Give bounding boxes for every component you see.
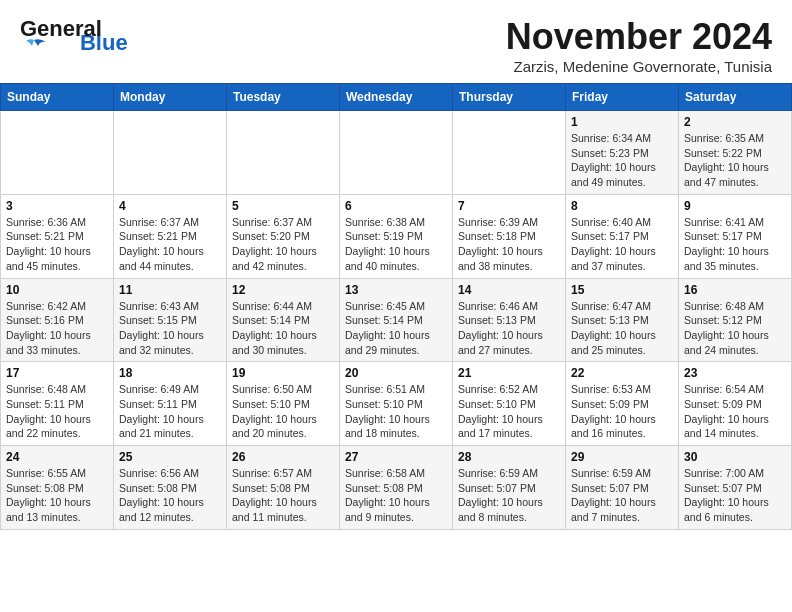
- cell-day-number: 27: [345, 450, 447, 464]
- cell-day-info: Sunrise: 6:52 AMSunset: 5:10 PMDaylight:…: [458, 382, 560, 441]
- calendar-cell: [1, 111, 114, 195]
- cell-day-info: Sunrise: 6:35 AMSunset: 5:22 PMDaylight:…: [684, 131, 786, 190]
- calendar-cell: 17Sunrise: 6:48 AMSunset: 5:11 PMDayligh…: [1, 362, 114, 446]
- calendar-cell: 20Sunrise: 6:51 AMSunset: 5:10 PMDayligh…: [340, 362, 453, 446]
- cell-day-number: 11: [119, 283, 221, 297]
- month-title: November 2024: [506, 16, 772, 58]
- cell-day-number: 22: [571, 366, 673, 380]
- calendar-cell: 9Sunrise: 6:41 AMSunset: 5:17 PMDaylight…: [679, 194, 792, 278]
- calendar-cell: 21Sunrise: 6:52 AMSunset: 5:10 PMDayligh…: [453, 362, 566, 446]
- cell-day-info: Sunrise: 6:40 AMSunset: 5:17 PMDaylight:…: [571, 215, 673, 274]
- calendar-table: SundayMondayTuesdayWednesdayThursdayFrid…: [0, 83, 792, 530]
- cell-day-info: Sunrise: 6:56 AMSunset: 5:08 PMDaylight:…: [119, 466, 221, 525]
- cell-day-info: Sunrise: 6:51 AMSunset: 5:10 PMDaylight:…: [345, 382, 447, 441]
- calendar-cell: 29Sunrise: 6:59 AMSunset: 5:07 PMDayligh…: [566, 446, 679, 530]
- calendar-cell: 8Sunrise: 6:40 AMSunset: 5:17 PMDaylight…: [566, 194, 679, 278]
- calendar-cell: 3Sunrise: 6:36 AMSunset: 5:21 PMDaylight…: [1, 194, 114, 278]
- calendar-week-2: 3Sunrise: 6:36 AMSunset: 5:21 PMDaylight…: [1, 194, 792, 278]
- cell-day-number: 4: [119, 199, 221, 213]
- cell-day-number: 24: [6, 450, 108, 464]
- cell-day-number: 23: [684, 366, 786, 380]
- cell-day-info: Sunrise: 6:37 AMSunset: 5:21 PMDaylight:…: [119, 215, 221, 274]
- cell-day-info: Sunrise: 6:50 AMSunset: 5:10 PMDaylight:…: [232, 382, 334, 441]
- logo-text: General: [20, 16, 102, 41]
- calendar-cell: 10Sunrise: 6:42 AMSunset: 5:16 PMDayligh…: [1, 278, 114, 362]
- cell-day-number: 6: [345, 199, 447, 213]
- cell-day-number: 28: [458, 450, 560, 464]
- weekday-header-saturday: Saturday: [679, 84, 792, 111]
- page-header: General Blue November 2024 Zarzis, Meden…: [0, 0, 792, 83]
- location-subtitle: Zarzis, Medenine Governorate, Tunisia: [506, 58, 772, 75]
- calendar-week-1: 1Sunrise: 6:34 AMSunset: 5:23 PMDaylight…: [1, 111, 792, 195]
- cell-day-info: Sunrise: 6:59 AMSunset: 5:07 PMDaylight:…: [571, 466, 673, 525]
- calendar-cell: 4Sunrise: 6:37 AMSunset: 5:21 PMDaylight…: [114, 194, 227, 278]
- cell-day-number: 19: [232, 366, 334, 380]
- calendar-cell: 15Sunrise: 6:47 AMSunset: 5:13 PMDayligh…: [566, 278, 679, 362]
- cell-day-info: Sunrise: 6:45 AMSunset: 5:14 PMDaylight:…: [345, 299, 447, 358]
- cell-day-number: 25: [119, 450, 221, 464]
- cell-day-number: 16: [684, 283, 786, 297]
- cell-day-info: Sunrise: 6:38 AMSunset: 5:19 PMDaylight:…: [345, 215, 447, 274]
- cell-day-number: 3: [6, 199, 108, 213]
- cell-day-info: Sunrise: 6:47 AMSunset: 5:13 PMDaylight:…: [571, 299, 673, 358]
- cell-day-info: Sunrise: 6:48 AMSunset: 5:12 PMDaylight:…: [684, 299, 786, 358]
- calendar-week-4: 17Sunrise: 6:48 AMSunset: 5:11 PMDayligh…: [1, 362, 792, 446]
- calendar-cell: 28Sunrise: 6:59 AMSunset: 5:07 PMDayligh…: [453, 446, 566, 530]
- calendar-cell: 30Sunrise: 7:00 AMSunset: 5:07 PMDayligh…: [679, 446, 792, 530]
- cell-day-info: Sunrise: 6:37 AMSunset: 5:20 PMDaylight:…: [232, 215, 334, 274]
- cell-day-number: 1: [571, 115, 673, 129]
- calendar-cell: 5Sunrise: 6:37 AMSunset: 5:20 PMDaylight…: [227, 194, 340, 278]
- calendar-cell: [340, 111, 453, 195]
- cell-day-number: 15: [571, 283, 673, 297]
- calendar-cell: 12Sunrise: 6:44 AMSunset: 5:14 PMDayligh…: [227, 278, 340, 362]
- cell-day-info: Sunrise: 6:41 AMSunset: 5:17 PMDaylight:…: [684, 215, 786, 274]
- calendar-week-3: 10Sunrise: 6:42 AMSunset: 5:16 PMDayligh…: [1, 278, 792, 362]
- cell-day-number: 8: [571, 199, 673, 213]
- cell-day-info: Sunrise: 6:46 AMSunset: 5:13 PMDaylight:…: [458, 299, 560, 358]
- calendar-cell: [453, 111, 566, 195]
- weekday-header-thursday: Thursday: [453, 84, 566, 111]
- cell-day-number: 30: [684, 450, 786, 464]
- cell-day-info: Sunrise: 6:54 AMSunset: 5:09 PMDaylight:…: [684, 382, 786, 441]
- calendar-cell: 26Sunrise: 6:57 AMSunset: 5:08 PMDayligh…: [227, 446, 340, 530]
- cell-day-info: Sunrise: 6:57 AMSunset: 5:08 PMDaylight:…: [232, 466, 334, 525]
- weekday-header-tuesday: Tuesday: [227, 84, 340, 111]
- calendar-cell: 11Sunrise: 6:43 AMSunset: 5:15 PMDayligh…: [114, 278, 227, 362]
- calendar-cell: 7Sunrise: 6:39 AMSunset: 5:18 PMDaylight…: [453, 194, 566, 278]
- cell-day-info: Sunrise: 6:48 AMSunset: 5:11 PMDaylight:…: [6, 382, 108, 441]
- cell-day-info: Sunrise: 6:42 AMSunset: 5:16 PMDaylight:…: [6, 299, 108, 358]
- calendar-cell: 13Sunrise: 6:45 AMSunset: 5:14 PMDayligh…: [340, 278, 453, 362]
- calendar-cell: 1Sunrise: 6:34 AMSunset: 5:23 PMDaylight…: [566, 111, 679, 195]
- calendar-cell: 22Sunrise: 6:53 AMSunset: 5:09 PMDayligh…: [566, 362, 679, 446]
- cell-day-number: 2: [684, 115, 786, 129]
- calendar-cell: 19Sunrise: 6:50 AMSunset: 5:10 PMDayligh…: [227, 362, 340, 446]
- cell-day-info: Sunrise: 6:59 AMSunset: 5:07 PMDaylight:…: [458, 466, 560, 525]
- cell-day-info: Sunrise: 7:00 AMSunset: 5:07 PMDaylight:…: [684, 466, 786, 525]
- cell-day-number: 26: [232, 450, 334, 464]
- cell-day-number: 9: [684, 199, 786, 213]
- cell-day-info: Sunrise: 6:44 AMSunset: 5:14 PMDaylight:…: [232, 299, 334, 358]
- weekday-header-wednesday: Wednesday: [340, 84, 453, 111]
- calendar-cell: 18Sunrise: 6:49 AMSunset: 5:11 PMDayligh…: [114, 362, 227, 446]
- cell-day-info: Sunrise: 6:58 AMSunset: 5:08 PMDaylight:…: [345, 466, 447, 525]
- cell-day-number: 18: [119, 366, 221, 380]
- calendar-cell: 27Sunrise: 6:58 AMSunset: 5:08 PMDayligh…: [340, 446, 453, 530]
- title-block: November 2024 Zarzis, Medenine Governora…: [506, 16, 772, 75]
- cell-day-number: 7: [458, 199, 560, 213]
- calendar-cell: 14Sunrise: 6:46 AMSunset: 5:13 PMDayligh…: [453, 278, 566, 362]
- calendar-cell: 16Sunrise: 6:48 AMSunset: 5:12 PMDayligh…: [679, 278, 792, 362]
- cell-day-number: 20: [345, 366, 447, 380]
- calendar-cell: [227, 111, 340, 195]
- cell-day-info: Sunrise: 6:34 AMSunset: 5:23 PMDaylight:…: [571, 131, 673, 190]
- calendar-cell: [114, 111, 227, 195]
- cell-day-number: 29: [571, 450, 673, 464]
- cell-day-info: Sunrise: 6:53 AMSunset: 5:09 PMDaylight:…: [571, 382, 673, 441]
- weekday-header-monday: Monday: [114, 84, 227, 111]
- logo: General Blue: [20, 16, 128, 56]
- calendar-cell: 24Sunrise: 6:55 AMSunset: 5:08 PMDayligh…: [1, 446, 114, 530]
- cell-day-number: 10: [6, 283, 108, 297]
- calendar-cell: 6Sunrise: 6:38 AMSunset: 5:19 PMDaylight…: [340, 194, 453, 278]
- cell-day-number: 14: [458, 283, 560, 297]
- cell-day-info: Sunrise: 6:55 AMSunset: 5:08 PMDaylight:…: [6, 466, 108, 525]
- cell-day-number: 21: [458, 366, 560, 380]
